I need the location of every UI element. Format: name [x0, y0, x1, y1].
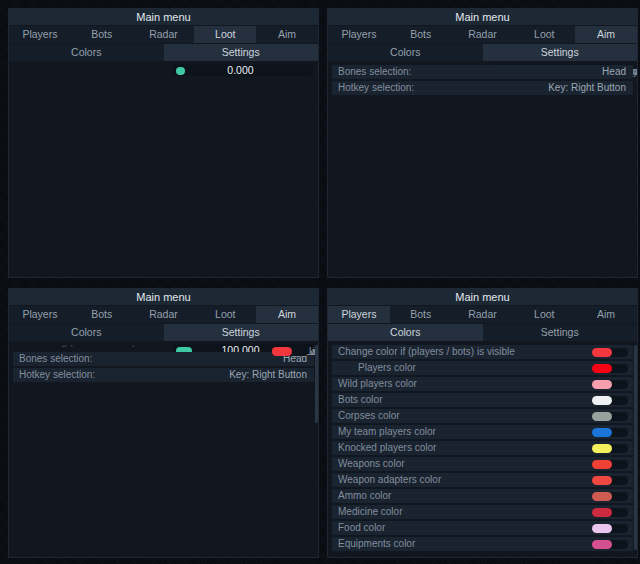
subtab-bar: ColorsSettings: [328, 324, 637, 341]
color-swatch-pill[interactable]: [592, 412, 612, 421]
color-swatch-equipments-color[interactable]: [592, 540, 628, 549]
tab-radar[interactable]: Radar: [133, 306, 195, 323]
tab-loot[interactable]: Loot: [513, 306, 575, 323]
row-label: Medicine color: [338, 505, 402, 519]
color-swatch-ammo-color[interactable]: [592, 492, 628, 501]
row-weapon-adapters-color: Weapon adapters color: [332, 473, 633, 487]
subtab-bar: ColorsSettings: [9, 44, 318, 61]
color-swatch-medicine-color[interactable]: [592, 508, 628, 517]
row-players-color: Players color: [332, 361, 633, 375]
tab-bar: PlayersBotsRadarLootAim: [328, 306, 637, 323]
row-hotkey-selection[interactable]: Hotkey selection:Key: Right Button: [332, 81, 633, 95]
subtab-settings[interactable]: Settings: [164, 324, 319, 341]
tab-bar: PlayersBotsRadarLootAim: [9, 306, 318, 323]
tab-loot[interactable]: Loot: [194, 26, 256, 43]
select-value: Key: Right Button: [229, 368, 307, 382]
tab-aim[interactable]: Aim: [575, 306, 637, 323]
tab-radar[interactable]: Radar: [133, 26, 195, 43]
subtab-settings[interactable]: Settings: [483, 324, 638, 341]
panel-content: Change color if (players / bots) is visi…: [328, 342, 637, 557]
slider-other[interactable]: 0.000: [173, 65, 308, 76]
color-swatch-weapons-color[interactable]: [592, 460, 628, 469]
color-swatch-pill[interactable]: [592, 460, 612, 469]
row-bones-selection[interactable]: Bones selection:Head: [332, 65, 633, 79]
color-swatch-pill[interactable]: [592, 380, 612, 389]
row-label: Bones selection:: [338, 65, 411, 79]
color-swatch-pill[interactable]: [592, 428, 612, 437]
row-label: Corpses color: [338, 409, 400, 423]
row-food-color: Food color: [332, 521, 633, 535]
tab-loot[interactable]: Loot: [194, 306, 256, 323]
select-value: Key: Right Button: [548, 81, 626, 95]
color-swatch-pill[interactable]: [592, 348, 612, 357]
subtab-colors[interactable]: Colors: [328, 44, 483, 61]
tab-players[interactable]: Players: [328, 26, 390, 43]
tab-loot[interactable]: Loot: [513, 26, 575, 43]
color-swatch-pill[interactable]: [592, 540, 612, 549]
subtab-colors[interactable]: Colors: [9, 324, 164, 341]
color-swatch-players-color[interactable]: [592, 364, 628, 373]
row-label: Hotkey selection:: [338, 81, 414, 95]
tab-bots[interactable]: Bots: [71, 306, 133, 323]
panel-title: Main menu: [328, 9, 637, 25]
row-label: Wild players color: [338, 377, 417, 391]
row-wild-players-color: Wild players color: [332, 377, 633, 391]
color-swatch-pill[interactable]: [592, 508, 612, 517]
row-label: Players color: [358, 361, 416, 375]
toggle-knob[interactable]: [272, 347, 292, 356]
row-bones-selection[interactable]: Bones selection:Head: [13, 352, 314, 366]
row-medicine-color: Medicine color: [332, 505, 633, 519]
tab-radar[interactable]: Radar: [452, 306, 514, 323]
tab-players[interactable]: Players: [9, 306, 71, 323]
color-swatch-knocked-players-color[interactable]: [592, 444, 628, 453]
panel-aim-bones-expanded: Main menu PlayersBotsRadarLootAim Colors…: [8, 288, 319, 558]
panel-players-colors: Main menu PlayersBotsRadarLootAim Colors…: [327, 288, 638, 558]
tab-aim[interactable]: Aim: [575, 26, 637, 43]
color-swatch-bots-color[interactable]: [592, 396, 628, 405]
color-swatch-pill[interactable]: [592, 476, 612, 485]
panel-title: Main menu: [9, 289, 318, 305]
tab-players[interactable]: Players: [9, 26, 71, 43]
subtab-colors[interactable]: Colors: [328, 324, 483, 341]
subtab-settings[interactable]: Settings: [483, 44, 638, 61]
color-swatch-pill[interactable]: [592, 524, 612, 533]
scrollbar-thumb[interactable]: [634, 345, 637, 550]
select-value: Head: [602, 65, 626, 79]
row-label: Bones selection:: [19, 352, 92, 366]
panel-aim-settings: Main menu PlayersBotsRadarLootAim Colors…: [327, 8, 638, 278]
panel-loot-settings: Main menu PlayersBotsRadarLootAim Colors…: [8, 8, 319, 278]
panel-title: Main menu: [9, 9, 318, 25]
color-swatch-change-color-if-players-bots-is-visible[interactable]: [592, 348, 628, 357]
row-label: Ammo color: [338, 489, 391, 503]
scrollbar-thumb[interactable]: [315, 345, 318, 423]
tab-radar[interactable]: Radar: [452, 26, 514, 43]
color-swatch-pill[interactable]: [592, 492, 612, 501]
color-swatch-weapon-adapters-color[interactable]: [592, 476, 628, 485]
tab-players[interactable]: Players: [328, 306, 390, 323]
row-weapons-color: Weapons color: [332, 457, 633, 471]
tab-bots[interactable]: Bots: [390, 306, 452, 323]
row-label: Food color: [338, 521, 385, 535]
row-change-color-if-players-bots-is-visible: Change color if (players / bots) is visi…: [332, 345, 633, 359]
color-swatch-corpses-color[interactable]: [592, 412, 628, 421]
row-label: Smoothing (more > faster):: [19, 345, 138, 349]
row-ammo-color: Ammo color: [332, 489, 633, 503]
color-swatch-food-color[interactable]: [592, 524, 628, 533]
color-swatch-my-team-players-color[interactable]: [592, 428, 628, 437]
tab-aim[interactable]: Aim: [256, 306, 318, 323]
row-my-team-players-color: My team players color: [332, 425, 633, 439]
subtab-settings[interactable]: Settings: [164, 44, 319, 61]
toggle-right-knee[interactable]: [272, 347, 308, 356]
tab-bots[interactable]: Bots: [390, 26, 452, 43]
row-equipments-color: Equipments color: [332, 537, 633, 551]
color-swatch-pill[interactable]: [592, 364, 612, 373]
tab-aim[interactable]: Aim: [256, 26, 318, 43]
color-swatch-pill[interactable]: [592, 444, 612, 453]
subtab-colors[interactable]: Colors: [9, 44, 164, 61]
subtab-bar: ColorsSettings: [328, 44, 637, 61]
row-hotkey-selection[interactable]: Hotkey selection:Key: Right Button: [13, 368, 314, 382]
color-swatch-wild-players-color[interactable]: [592, 380, 628, 389]
panel-title: Main menu: [328, 289, 637, 305]
color-swatch-pill[interactable]: [592, 396, 612, 405]
tab-bots[interactable]: Bots: [71, 26, 133, 43]
